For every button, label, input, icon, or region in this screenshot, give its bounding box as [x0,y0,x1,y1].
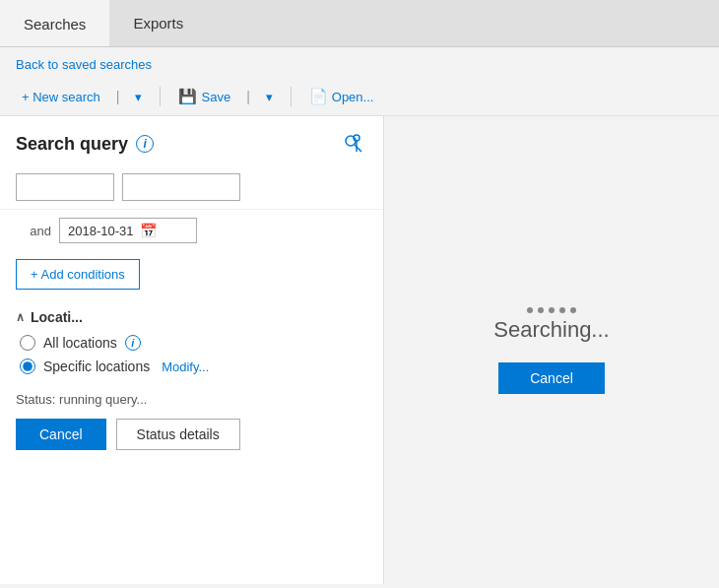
locations-title: Locati... [31,309,83,325]
search-query-info-icon[interactable]: i [136,135,154,153]
tab-exports-label: Exports [133,15,183,32]
dot-3 [549,307,555,313]
searching-dots [493,307,609,313]
all-locations-label: All locations [43,335,117,351]
specific-locations-radio[interactable] [20,359,35,374]
collapse-arrow[interactable]: ‹ [383,333,384,368]
partial-top-row [0,165,383,210]
add-conditions-label: + Add conditions [31,267,125,282]
specific-locations-row: Specific locations Modify... [16,359,367,374]
dot-5 [570,307,576,313]
svg-line-1 [355,145,361,152]
save-separator: | [246,89,250,104]
date-row: and 2018-10-31 📅 [0,210,383,251]
right-panel: Searching... Cancel [384,116,719,584]
tab-searches[interactable]: Searches [0,0,109,46]
toolbar-divider-2 [291,87,292,106]
query-area: and 2018-10-31 📅 + Add conditions ∧ Loca… [0,165,383,584]
partial-input-left[interactable] [16,173,114,201]
tab-exports[interactable]: Exports [109,0,207,46]
status-bar: Status: running query... [0,382,383,407]
open-button[interactable]: 📄 Open... [303,84,380,109]
toolbar: + New search | ▾ 💾 Save | ▾ 📄 Open... [0,78,719,116]
save-label: Save [201,90,230,104]
search-query-title: Search query [16,134,128,155]
cancel-button[interactable]: Cancel [16,419,106,450]
specific-locations-label: Specific locations [43,359,150,374]
filter-icon[interactable] [340,130,367,158]
back-link[interactable]: Back to saved searches [0,47,719,78]
new-search-separator: | [116,89,120,104]
calendar-icon[interactable]: 📅 [140,223,157,238]
tab-searches-label: Searches [24,16,86,33]
open-label: Open... [332,90,374,104]
status-details-button[interactable]: Status details [116,419,240,450]
left-panel: Search query i and [0,116,384,584]
status-text: Status: running query... [16,392,147,407]
all-locations-info-icon[interactable]: i [125,335,141,351]
dot-4 [559,307,565,313]
searching-text: Searching... [493,317,609,343]
locations-section: ∧ Locati... All locations i Specific loc… [0,297,383,374]
partial-input-right[interactable] [122,173,240,201]
all-locations-radio[interactable] [20,335,35,351]
chevron-up-icon: ∧ [16,310,25,324]
all-locations-row: All locations i [16,335,367,351]
new-search-dropdown-icon: ▾ [135,90,142,104]
new-search-label: + New search [22,90,100,104]
panel-title-row: Search query i [0,116,383,165]
dot-1 [527,307,533,313]
open-icon: 📄 [309,88,328,105]
save-dropdown-icon: ▾ [266,90,273,104]
toolbar-divider-1 [160,87,161,106]
locations-header[interactable]: ∧ Locati... [16,309,367,325]
main-content: Search query i and [0,116,719,584]
right-cancel-button[interactable]: Cancel [498,362,605,394]
add-conditions-button[interactable]: + Add conditions [16,259,140,290]
date-input-wrap[interactable]: 2018-10-31 📅 [59,218,197,243]
modify-link[interactable]: Modify... [162,359,209,374]
date-and-label: and [16,224,51,238]
tab-bar: Searches Exports [0,0,719,47]
searching-indicator: Searching... [493,307,609,343]
date-value: 2018-10-31 [68,224,134,238]
save-button[interactable]: 💾 Save [172,84,236,109]
save-dropdown-button[interactable]: ▾ [260,86,279,108]
new-search-button[interactable]: + New search [16,86,106,108]
panel-title: Search query i [16,134,154,155]
save-icon: 💾 [178,88,197,105]
dot-2 [538,307,544,313]
action-buttons: Cancel Status details [0,407,383,462]
new-search-dropdown-button[interactable]: ▾ [129,86,148,108]
